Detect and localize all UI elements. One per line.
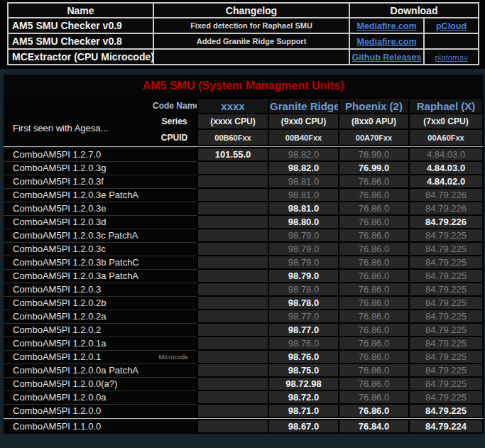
download-link-primary[interactable]: Mediafire.com — [356, 37, 416, 47]
smu-value-cell: 84.79.225 — [409, 350, 483, 364]
agesa-version-cell: ComboAM5PI 1.2.0.0(a?) — [4, 377, 197, 390]
smu-value-cell: 76.86.0 — [339, 188, 409, 202]
smu-value-cell: 98.81.0 — [268, 202, 339, 215]
smu-value-cell: 84.79.226 — [409, 215, 483, 229]
smu-row: ComboAM5PI 1.2.0.098.71.076.86.084.79.22… — [4, 404, 483, 417]
smu-value-cell: 84.79.225 — [409, 364, 483, 377]
smu-value-cell: 76.86.0 — [339, 229, 409, 242]
smu-value-cell: 101.55.0 — [197, 148, 268, 161]
smu-value-cell: 76.86.0 — [339, 323, 409, 337]
smu-value-cell — [197, 364, 268, 377]
smu-value-cell: 76.86.0 — [339, 269, 409, 283]
smu-value-cell: 84.79.225 — [409, 269, 483, 283]
download-link-primary[interactable]: Mediafire.com — [356, 21, 416, 31]
smu-value-cell — [197, 256, 268, 269]
smu-value-cell: 98.67.0 — [268, 420, 339, 433]
column-header-xxxx: xxxx — [197, 98, 268, 114]
smu-table-title: AM5 SMU (System Managment Units) — [4, 75, 483, 98]
smu-row: ComboAM5PI 1.2.0.0(a?)98.72.9876.86.084.… — [4, 377, 483, 390]
smu-value-cell — [197, 390, 268, 404]
smu-value-cell: 4.84.03.0 — [409, 161, 483, 175]
tool-name: AM5 SMU Checker v0.8 — [8, 33, 153, 49]
smu-value-cell — [197, 350, 268, 364]
cpuid-raphael: 00A60Fxx — [409, 129, 483, 146]
column-header-changelog: Changelog — [153, 3, 349, 18]
smu-value-cell: 84.79.225 — [409, 323, 483, 337]
row-label-cpuid: CPUID — [152, 129, 197, 146]
series-granite-ridge: (9xx0 CPU) — [268, 114, 339, 129]
smu-row: ComboAM5PI 1.1.0.098.67.076.84.084.79.22… — [4, 420, 483, 433]
smu-value-cell: 84.79.225 — [409, 377, 483, 390]
smu-value-cell — [197, 377, 268, 390]
smu-value-cell — [197, 310, 268, 323]
column-header-granite-ridge: Granite Ridge — [268, 98, 339, 114]
download-row: MCExtractor (CPU Microcode)Github Releas… — [8, 49, 479, 65]
smu-value-cell — [197, 188, 268, 202]
smu-value-cell: 76.99.0 — [339, 161, 409, 175]
download-link-secondary[interactable]: pCloud — [436, 21, 467, 31]
smu-row: ComboAM5PI 1.2.0.2a98.77.076.86.084.79.2… — [4, 310, 483, 323]
smu-value-cell: 84.79.225 — [409, 404, 483, 417]
series-raphael: (7xx0 CPU) — [409, 114, 483, 129]
agesa-version-cell: ComboAM5PI 1.2.0.0 — [4, 404, 197, 417]
smu-value-cell: 76.86.0 — [339, 364, 409, 377]
download-row: AM5 SMU Checker v0.8Added Granite Ridge … — [8, 33, 479, 49]
smu-value-cell: 4.84.03.0 — [409, 148, 483, 161]
smu-value-cell: 84.79.225 — [409, 390, 483, 404]
smu-row: ComboAM5PI 1.2.0.1Microcode98.76.076.86.… — [4, 350, 483, 364]
agesa-version-cell: ComboAM5PI 1.2.0.3c PatchA — [4, 229, 197, 242]
smu-value-cell: 76.86.0 — [339, 377, 409, 390]
download-row: AM5 SMU Checker v0.9Fixed detection for … — [8, 18, 479, 33]
smu-section: AM5 SMU (System Managment Units) First s… — [0, 69, 485, 434]
smu-row: ComboAM5PI 1.2.0.398.78.076.86.084.79.22… — [4, 283, 483, 296]
smu-value-cell: 76.86.0 — [339, 215, 409, 229]
smu-value-cell — [197, 242, 268, 256]
smu-row: ComboAM5PI 1.2.0.3a PatchA98.79.076.86.0… — [4, 269, 483, 283]
smu-value-cell: 98.82.0 — [268, 161, 339, 175]
smu-value-cell: 76.86.0 — [339, 296, 409, 310]
smu-header-codename-row: First seen with Agesa... Code Name xxxx … — [4, 98, 483, 114]
smu-value-cell: 98.82.0 — [268, 148, 339, 161]
smu-row: ComboAM5PI 1.2.0.3g98.82.076.99.04.84.03… — [4, 161, 483, 175]
smu-row: ComboAM5PI 1.2.0.3d98.80.076.86.084.79.2… — [4, 215, 483, 229]
smu-value-cell: 98.78.0 — [268, 296, 339, 310]
smu-value-cell: 84.79.225 — [409, 283, 483, 296]
downloads-table: Name Changelog Download AM5 SMU Checker … — [7, 2, 479, 65]
smu-value-cell: 76.86.0 — [339, 404, 409, 417]
smu-value-cell: 98.75.0 — [268, 364, 339, 377]
smu-value-cell — [197, 323, 268, 337]
smu-value-cell — [197, 269, 268, 283]
smu-value-cell: 76.86.0 — [339, 350, 409, 364]
download-link-secondary[interactable]: platomav — [435, 53, 468, 62]
smu-row: ComboAM5PI 1.2.0.3c PatchA98.79.076.86.0… — [4, 229, 483, 242]
smu-row: ComboAM5PI 1.2.0.3e PatchA98.81.076.86.0… — [4, 188, 483, 202]
cpuid-granite-ridge: 00B40Fxx — [268, 129, 339, 146]
smu-value-cell: 76.86.0 — [339, 283, 409, 296]
agesa-version-cell: ComboAM5PI 1.2.0.3 — [4, 283, 197, 296]
tool-name: AM5 SMU Checker v0.9 — [8, 18, 153, 33]
agesa-version-cell: ComboAM5PI 1.2.0.3e — [4, 202, 197, 215]
smu-value-cell: 84.79.225 — [409, 310, 483, 323]
row-label-code-name: Code Name — [152, 98, 197, 114]
smu-row: ComboAM5PI 1.2.0.1a98.76.076.86.084.79.2… — [4, 337, 483, 350]
column-header-download: Download — [349, 3, 479, 18]
smu-value-cell: 84.79.225 — [409, 229, 483, 242]
smu-value-cell: 76.86.0 — [339, 202, 409, 215]
smu-table: AM5 SMU (System Managment Units) First s… — [4, 75, 484, 434]
smu-value-cell: 98.72.98 — [268, 377, 339, 390]
column-header-name: Name — [8, 3, 153, 18]
smu-value-cell — [197, 420, 268, 433]
smu-row: ComboAM5PI 1.2.7.0101.55.098.82.076.99.0… — [4, 148, 483, 161]
smu-value-cell — [197, 337, 268, 350]
changelog-text — [153, 49, 349, 65]
smu-value-cell: 84.79.225 — [409, 256, 483, 269]
download-link-primary[interactable]: Github Releases — [352, 53, 422, 62]
downloads-section: Name Changelog Download AM5 SMU Checker … — [0, 0, 485, 69]
smu-value-cell: 98.76.0 — [268, 350, 339, 364]
agesa-version-cell: ComboAM5PI 1.2.0.0a PatchA — [4, 364, 197, 377]
smu-row: ComboAM5PI 1.2.0.3b PatchC98.79.076.86.0… — [4, 256, 483, 269]
smu-value-cell: 76.99.0 — [339, 148, 409, 161]
smu-value-cell: 76.86.0 — [339, 390, 409, 404]
smu-value-cell: 84.79.225 — [409, 242, 483, 256]
series-phoenix: (8xx0 APU) — [339, 114, 409, 129]
